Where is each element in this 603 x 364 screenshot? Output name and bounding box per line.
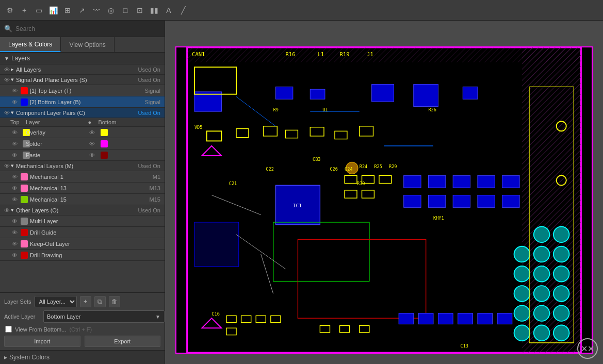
all-layers-header[interactable]: 👁 ▸ All Layers Used On xyxy=(0,64,165,75)
svg-text:R19: R19 xyxy=(340,51,350,57)
svg-rect-46 xyxy=(502,175,519,188)
top-layer-eye[interactable]: 👁 xyxy=(10,88,19,94)
solder-bottom-eye[interactable]: 👁 xyxy=(88,141,96,147)
drill-drawing-name: Drill Drawing xyxy=(30,252,160,258)
layer-sets-select[interactable]: All Layer... xyxy=(35,296,77,307)
rect-select-icon[interactable]: ▭ xyxy=(33,5,44,16)
system-colors-bar[interactable]: ▸ System Colors xyxy=(0,350,165,364)
paste-top-cell: 👁 xyxy=(10,152,26,159)
signal-layers-label: Signal And Plane Layers (S) xyxy=(16,77,87,83)
svg-rect-94 xyxy=(438,313,453,324)
keepout-row[interactable]: 👁 Keep-Out Layer xyxy=(0,238,165,250)
overlay-top-eye[interactable]: 👁 xyxy=(10,129,19,136)
rect-tool-icon[interactable]: □ xyxy=(120,5,131,16)
signal-layers-header[interactable]: 👁 ▾ Signal And Plane Layers (S) Used On xyxy=(0,75,165,85)
svg-text:C16: C16 xyxy=(211,311,220,317)
pcb-svg: CAN1 R16 L1 R19 J1 xyxy=(176,47,592,353)
component-layers-used-on: Used On xyxy=(138,110,160,116)
svg-rect-50 xyxy=(478,195,495,207)
all-layers-arrow: ▸ xyxy=(11,66,14,73)
text-icon[interactable]: A xyxy=(163,5,174,16)
chart-icon[interactable]: 📊 xyxy=(47,5,59,16)
component-layers-eye[interactable]: 👁 xyxy=(4,110,10,116)
mechanical-layers-eye[interactable]: 👁 xyxy=(4,163,10,169)
drill-drawing-eye[interactable]: 👁 xyxy=(10,252,19,258)
import-button[interactable]: Import xyxy=(4,336,80,347)
svg-point-57 xyxy=(553,266,569,282)
signal-layers-used-on: Used On xyxy=(138,77,160,83)
keepout-eye[interactable]: 👁 xyxy=(10,241,19,247)
m13-eye[interactable]: 👁 xyxy=(10,185,19,191)
pcb-canvas[interactable]: CAN1 R16 L1 R19 J1 xyxy=(165,21,603,364)
solder-top-eye[interactable]: 👁 xyxy=(10,141,19,147)
mechanical-layers-header[interactable]: 👁 ▾ Mechanical Layers (M) Used On xyxy=(0,161,165,171)
paste-bottom-eye[interactable]: 👁 xyxy=(88,152,96,158)
svg-rect-43 xyxy=(428,175,445,188)
svg-text:R24: R24 xyxy=(360,164,368,169)
svg-point-59 xyxy=(553,286,569,302)
svg-point-62 xyxy=(534,325,550,341)
overlay-bottom-eye[interactable]: 👁 xyxy=(88,129,96,136)
multi-layer-eye[interactable]: 👁 xyxy=(10,218,19,224)
route-icon[interactable]: ↗ xyxy=(76,5,88,16)
all-layers-eye[interactable]: 👁 xyxy=(4,67,10,73)
bottom-layer-row[interactable]: 👁 [2] Bottom Layer (B) Signal xyxy=(0,96,165,108)
wave-icon[interactable]: 〰 xyxy=(91,5,102,16)
tab-view-options[interactable]: View Options xyxy=(61,37,114,52)
svg-rect-4 xyxy=(187,47,581,62)
m15-row[interactable]: 👁 Mechanical 15 M15 xyxy=(0,194,165,205)
other-layers-header[interactable]: 👁 ▾ Other Layers (O) Used On xyxy=(0,205,165,216)
svg-rect-49 xyxy=(453,195,470,207)
svg-rect-48 xyxy=(428,195,445,207)
filter-icon[interactable]: ⚙ xyxy=(4,5,15,16)
overlay-row[interactable]: 👁 Overlay 👁 xyxy=(0,127,165,138)
multi-layer-swatch xyxy=(21,218,28,225)
top-layer-row[interactable]: 👁 [1] Top Layer (T) Signal xyxy=(0,85,165,96)
paste-top-eye[interactable]: 👁 xyxy=(10,152,19,158)
export-button[interactable]: Export xyxy=(85,336,161,347)
copy-layer-set-btn[interactable]: ⧉ xyxy=(94,296,106,307)
solder-row[interactable]: 👁 Solder 👁 xyxy=(0,138,165,150)
other-layers-eye[interactable]: 👁 xyxy=(4,207,10,213)
m1-eye[interactable]: 👁 xyxy=(10,174,19,180)
component-layers-arrow: ▾ xyxy=(11,109,14,116)
bar-icon[interactable]: ▮▮ xyxy=(149,5,160,16)
active-layer-select-wrapper: Top Layer Bottom Layer Mechanical 1 ▼ xyxy=(43,310,160,323)
svg-rect-11 xyxy=(275,87,292,99)
line-icon[interactable]: ╱ xyxy=(177,5,189,16)
mechanical-layers-used-on: Used On xyxy=(138,163,160,169)
add-icon[interactable]: + xyxy=(19,5,30,16)
svg-rect-15 xyxy=(463,87,478,99)
import-export-row: Import Export xyxy=(4,336,160,347)
drill-guide-row[interactable]: 👁 Drill Guide xyxy=(0,227,165,238)
marker-icon[interactable]: ◎ xyxy=(105,5,117,16)
view-from-bottom-checkbox[interactable] xyxy=(5,326,12,333)
bottom-layer-eye[interactable]: 👁 xyxy=(10,99,19,105)
active-layer-label: Active Layer xyxy=(4,313,40,320)
svg-text:C13: C13 xyxy=(461,343,469,349)
active-layer-select[interactable]: Top Layer Bottom Layer Mechanical 1 xyxy=(43,310,165,323)
m15-eye[interactable]: 👁 xyxy=(10,196,19,203)
add-layer-set-btn[interactable]: + xyxy=(80,296,91,307)
m1-row[interactable]: 👁 Mechanical 1 M1 xyxy=(0,171,165,183)
view-from-bottom-shortcut: (Ctrl + F) xyxy=(69,326,92,333)
search-input[interactable] xyxy=(15,25,160,32)
layers-section-header[interactable]: ▼ Layers xyxy=(0,53,165,64)
signal-layers-eye[interactable]: 👁 xyxy=(4,77,10,83)
svg-rect-45 xyxy=(478,175,495,188)
svg-rect-12 xyxy=(310,89,325,99)
delete-layer-set-btn[interactable]: 🗑 xyxy=(109,296,120,307)
grid-icon[interactable]: ⊞ xyxy=(62,5,73,16)
drill-drawing-swatch xyxy=(21,252,28,259)
component-layers-header[interactable]: 👁 ▾ Component Layer Pairs (C) Used On xyxy=(0,108,165,118)
m13-row[interactable]: 👁 Mechanical 13 M13 xyxy=(0,183,165,194)
system-colors-label: System Colors xyxy=(9,354,50,361)
m15-name: Mechanical 15 xyxy=(30,196,150,203)
paste-row[interactable]: 👁 Paste 👁 xyxy=(0,150,165,161)
drill-guide-eye[interactable]: 👁 xyxy=(10,229,19,236)
tab-layers-colors[interactable]: Layers & Colors xyxy=(0,37,61,52)
layers-scroll[interactable]: ▼ Layers 👁 ▸ All Layers Used On 👁 ▾ Sign… xyxy=(0,53,165,292)
scope-icon[interactable]: ⊡ xyxy=(134,5,145,16)
multi-layer-row[interactable]: 👁 Multi-Layer xyxy=(0,216,165,227)
drill-drawing-row[interactable]: 👁 Drill Drawing xyxy=(0,250,165,261)
